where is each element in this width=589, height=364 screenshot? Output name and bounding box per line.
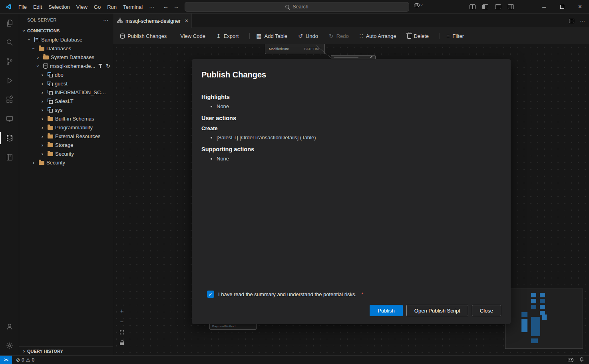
risk-checkbox-label: I have read the summary and understand t… xyxy=(218,291,356,297)
sql-server-icon[interactable] xyxy=(0,129,19,148)
delete-button[interactable]: Delete xyxy=(407,33,429,39)
filter-icon[interactable] xyxy=(98,63,103,68)
zoom-out-button[interactable]: − xyxy=(118,318,125,325)
sql-server-sidebar: SQL SERVER ⋯ › CONNECTIONS ›Sample Datab… xyxy=(19,14,113,355)
customize-layout-icon[interactable] xyxy=(470,4,476,9)
minimap-block xyxy=(542,315,547,320)
toggle-secondary-sidebar-icon[interactable] xyxy=(508,4,514,9)
redo-button[interactable]: ↻Redo xyxy=(329,33,349,39)
split-editor-icon[interactable] xyxy=(569,19,574,23)
more-actions-icon[interactable]: ⋯ xyxy=(103,17,109,23)
explorer-icon[interactable] xyxy=(0,14,19,33)
minimap-block xyxy=(521,319,527,332)
menu-edit[interactable]: Edit xyxy=(30,2,45,12)
close-button[interactable]: Close xyxy=(472,305,501,316)
add-table-button[interactable]: ▦Add Table xyxy=(256,33,287,39)
nav-back-icon[interactable]: ← xyxy=(161,3,170,10)
minimap-block xyxy=(540,305,545,309)
global-search-input[interactable]: Search xyxy=(185,2,409,12)
tree-item-guest[interactable]: ›guest xyxy=(19,79,113,88)
schema-icon xyxy=(48,90,53,95)
minimap-block xyxy=(521,312,527,317)
tree-item-databases[interactable]: ›Databases xyxy=(19,44,113,53)
lock-button[interactable] xyxy=(118,340,125,347)
chevron-right-icon: › xyxy=(39,133,46,139)
nav-forward-icon[interactable]: → xyxy=(172,3,181,10)
maximize-button[interactable] xyxy=(553,0,571,14)
tree-item-sample-database[interactable]: ›Sample Database xyxy=(19,35,113,44)
open-publish-script-button[interactable]: Open Publish Script xyxy=(406,305,468,316)
table-card-fragment-bottom[interactable]: PaymentMethod xyxy=(209,324,257,330)
edit-icon xyxy=(370,55,372,58)
editor-more-actions-icon[interactable]: ⋯ xyxy=(580,18,585,24)
view-code-button[interactable]: View Code xyxy=(177,33,205,39)
tree-item-programmability[interactable]: ›Programmability xyxy=(19,123,113,132)
filter-button[interactable]: ≡Filter xyxy=(446,33,464,39)
table-title-fragment[interactable] xyxy=(331,55,376,59)
problems-indicator[interactable]: ⊘ 0 ⚠ 0 xyxy=(16,357,34,363)
tab-mssql-schema-designer[interactable]: mssql-schema-designer × xyxy=(113,14,192,28)
database-projects-icon[interactable] xyxy=(0,148,19,167)
publish-changes-button[interactable]: Publish Changes xyxy=(120,33,167,39)
export-button[interactable]: ↥Export xyxy=(216,33,239,39)
source-control-icon[interactable] xyxy=(0,52,19,71)
tab-title: mssql-schema-designer xyxy=(125,18,181,24)
toggle-primary-sidebar-icon[interactable] xyxy=(482,4,488,9)
publish-button[interactable]: Publish xyxy=(370,305,403,316)
menu-more[interactable]: ⋯ xyxy=(146,2,157,12)
auto-arrange-icon: ∷ xyxy=(360,33,363,39)
schema-canvas[interactable]: ModifiedDate DATETIME PaymentMethod +− P… xyxy=(113,44,589,355)
risk-acknowledgement-row: ✓ I have read the summary and understand… xyxy=(207,291,501,298)
chevron-right-icon: › xyxy=(39,72,46,78)
tree-item-saleslt[interactable]: ›SalesLT xyxy=(19,97,113,105)
chevron-right-icon: › xyxy=(39,125,46,131)
notifications-bell-icon[interactable] xyxy=(579,357,584,363)
connections-tree: ›Sample Database›Databases›System Databa… xyxy=(19,35,113,346)
extensions-icon[interactable] xyxy=(0,90,19,109)
fit-view-button[interactable] xyxy=(118,329,125,336)
risk-checkbox[interactable]: ✓ xyxy=(207,291,214,298)
tree-item-built-in-schemas[interactable]: ›Built-in Schemas xyxy=(19,114,113,123)
menu-terminal[interactable]: Terminal xyxy=(120,2,146,12)
menu-view[interactable]: View xyxy=(73,2,91,12)
chevron-right-icon: › xyxy=(39,98,46,104)
auto-arrange-button[interactable]: ∷Auto Arrange xyxy=(360,33,396,39)
tree-item-sys[interactable]: ›sys xyxy=(19,105,113,114)
undo-button[interactable]: ↺Undo xyxy=(298,33,318,39)
account-icon[interactable] xyxy=(0,317,19,336)
settings-gear-icon[interactable] xyxy=(0,336,19,355)
minimap[interactable] xyxy=(505,289,583,349)
remote-explorer-icon[interactable] xyxy=(0,109,19,129)
tree-item-dbo[interactable]: ›dbo xyxy=(19,70,113,79)
tree-item-mssql-schema-de[interactable]: ›mssql-schema-de...↻ xyxy=(19,61,113,70)
tree-item-information-schema[interactable]: ›INFORMATION_SCHEMA xyxy=(19,88,113,97)
run-debug-icon[interactable] xyxy=(0,71,19,90)
filter-icon: ≡ xyxy=(446,33,450,39)
tree-item-storage[interactable]: ›Storage xyxy=(19,140,113,149)
chevron-down-icon: › xyxy=(21,28,27,34)
toggle-panel-icon[interactable] xyxy=(495,4,501,9)
dialog-heading-user-actions: User actions xyxy=(201,115,501,121)
refresh-icon[interactable]: ↻ xyxy=(106,63,110,69)
connections-section-header[interactable]: › CONNECTIONS xyxy=(19,26,113,35)
minimize-button[interactable]: ─ xyxy=(535,0,553,14)
menu-go[interactable]: Go xyxy=(91,2,104,12)
tab-close-icon[interactable]: × xyxy=(185,18,188,24)
remote-indicator[interactable]: >< xyxy=(0,356,12,364)
tree-item-security[interactable]: ›Security xyxy=(19,158,113,167)
copilot-status-icon[interactable] xyxy=(568,358,573,362)
search-view-icon[interactable] xyxy=(0,33,19,52)
menu-selection[interactable]: Selection xyxy=(45,2,73,12)
close-window-button[interactable]: × xyxy=(571,0,589,14)
tree-item-security[interactable]: ›Security xyxy=(19,149,113,158)
database-icon xyxy=(43,63,48,69)
tree-item-system-databases[interactable]: ›System Databases xyxy=(19,53,113,61)
tree-item-external-resources[interactable]: ›External Resources xyxy=(19,132,113,140)
menu-file[interactable]: File xyxy=(15,2,30,12)
column-name: PaymentMethod xyxy=(212,324,235,328)
zoom-controls: +− xyxy=(118,307,125,347)
zoom-in-button[interactable]: + xyxy=(118,307,125,315)
copilot-button[interactable]: › xyxy=(414,3,422,7)
query-history-section-header[interactable]: › QUERY HISTORY xyxy=(19,346,113,355)
menu-run[interactable]: Run xyxy=(104,2,120,12)
